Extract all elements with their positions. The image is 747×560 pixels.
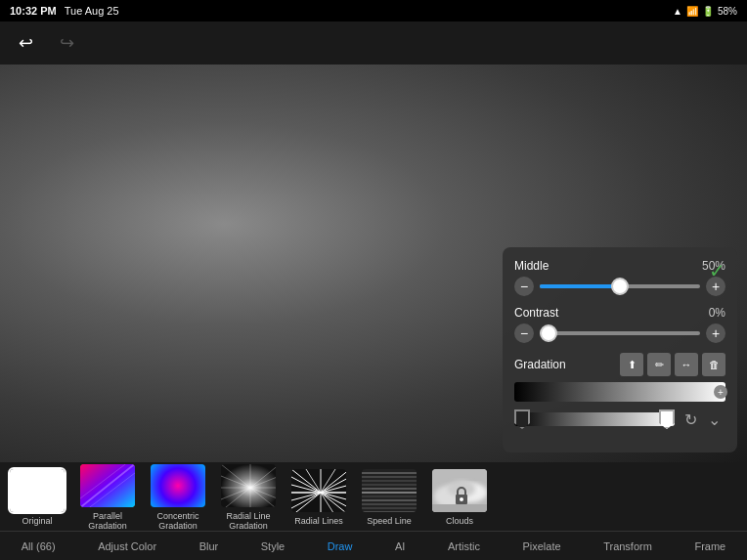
tab-ai[interactable]: AI [387, 532, 413, 560]
contrast-decrease-button[interactable]: − [514, 323, 534, 343]
svg-line-22 [321, 493, 348, 508]
top-toolbar: ↩ ↪ [0, 22, 747, 65]
status-time: 10:32 PM [10, 5, 57, 17]
filter-parallel-gradation[interactable]: ParallelGradation [74, 462, 141, 531]
filter-radial-lines-label: Radial Lines [294, 516, 343, 526]
filter-radial-lines-thumb [289, 467, 348, 514]
svg-point-53 [460, 497, 463, 501]
middle-label: Middle [514, 259, 549, 273]
contrast-slider-row: − + [514, 323, 725, 343]
adjustment-panel: ✓ Middle 50% − + Contrast 0% − + [503, 247, 737, 452]
middle-slider-thumb [611, 278, 629, 295]
contrast-slider-track[interactable] [540, 331, 700, 335]
middle-slider-row: − + [514, 277, 725, 296]
gradation-upload-button[interactable]: ⬆ [620, 353, 643, 376]
filter-radial-thumb [219, 462, 278, 509]
svg-line-35 [291, 493, 321, 514]
filter-radial-label: Radial LineGradation [226, 511, 270, 531]
redo-button[interactable]: ↪ [51, 27, 82, 59]
filter-parallel-thumb [78, 462, 137, 509]
tab-blur[interactable]: Blur [192, 532, 227, 560]
middle-slider-track[interactable] [540, 284, 700, 288]
filter-radial-lines[interactable]: Radial Lines [286, 467, 352, 526]
filter-original-thumb [8, 467, 66, 514]
confirm-icon[interactable]: ✓ [709, 259, 725, 282]
tab-adjust-color[interactable]: Adjust Color [90, 532, 164, 560]
tab-artistic[interactable]: Artistic [440, 532, 488, 560]
svg-line-30 [291, 477, 321, 493]
filter-original[interactable]: Original [4, 467, 70, 526]
status-bar: 10:32 PM Tue Aug 25 ▲ 📶 🔋 58% [0, 0, 747, 22]
contrast-row: Contrast 0% − + [514, 306, 725, 343]
tab-all[interactable]: All (66) [14, 532, 64, 560]
tab-pixelate[interactable]: Pixelate [514, 532, 568, 560]
undo-button[interactable]: ↩ [10, 27, 41, 59]
gradation-collapse-button[interactable]: ⌄ [702, 408, 725, 431]
filter-speed-line[interactable]: Speed Line [356, 467, 422, 526]
battery-icon: 🔋 [702, 6, 714, 17]
filter-concentric-gradation[interactable]: ConcentricGradation [145, 462, 211, 531]
svg-line-18 [321, 477, 348, 493]
middle-row: Middle 50% − + [514, 259, 725, 296]
filter-original-label: Original [22, 516, 52, 526]
status-date: Tue Aug 25 [65, 5, 119, 17]
tab-transform[interactable]: Transform [595, 532, 660, 560]
gradation-add-button[interactable]: + [714, 385, 727, 399]
gradation-delete-button[interactable]: 🗑 [702, 353, 725, 376]
gradation-tools: ⬆ ✏ ↔ 🗑 [620, 353, 725, 376]
contrast-value: 0% [709, 306, 725, 320]
tab-frame[interactable]: Frame [686, 532, 733, 560]
filter-clouds-thumb [430, 467, 489, 514]
gradation-refresh-button[interactable]: ↻ [679, 408, 702, 431]
signal-icon: 📶 [686, 6, 698, 17]
wifi-icon: ▲ [673, 6, 682, 17]
filter-radial-line-gradation[interactable]: Radial LineGradation [215, 462, 282, 531]
gradient-left-thumb[interactable] [514, 409, 530, 429]
gradation-flip-button[interactable]: ↔ [675, 353, 698, 376]
middle-decrease-button[interactable]: − [514, 277, 534, 296]
gradation-edit-button[interactable]: ✏ [647, 353, 671, 376]
tab-draw[interactable]: Draw [320, 532, 361, 560]
filter-clouds[interactable]: Clouds [426, 467, 493, 526]
filter-clouds-label: Clouds [446, 516, 473, 526]
tab-style[interactable]: Style [253, 532, 292, 560]
filter-strip: Original P [0, 462, 747, 531]
filter-concentric-thumb [149, 462, 207, 509]
filter-speed-label: Speed Line [367, 516, 412, 526]
gradation-preview-bar: + [514, 382, 725, 402]
svg-line-34 [291, 493, 321, 508]
gradient-range-track[interactable] [514, 412, 675, 426]
filter-speed-thumb [360, 467, 418, 514]
battery-pct: 58% [718, 6, 737, 17]
contrast-label: Contrast [514, 306, 558, 320]
gradation-label: Gradation [514, 358, 566, 371]
filter-concentric-label: ConcentricGradation [156, 511, 198, 531]
middle-slider-fill [540, 284, 620, 288]
status-icons: ▲ 📶 🔋 58% [673, 6, 737, 17]
tab-bar: All (66) Adjust Color Blur Style Draw AI… [0, 531, 747, 560]
contrast-increase-button[interactable]: + [706, 323, 725, 343]
gradation-row: Gradation ⬆ ✏ ↔ 🗑 + ↻ ⌄ [514, 353, 725, 431]
contrast-slider-thumb [540, 324, 557, 342]
filter-parallel-label: ParallelGradation [88, 511, 127, 531]
gradient-right-thumb[interactable] [659, 409, 675, 429]
svg-rect-51 [432, 504, 489, 514]
